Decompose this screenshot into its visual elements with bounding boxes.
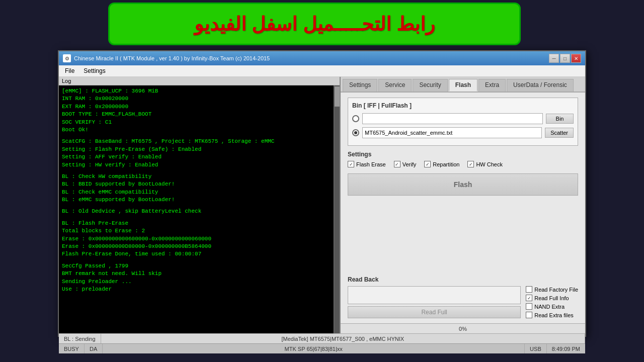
settings-section: Settings Flash Erase Verify Repartiti	[348, 151, 578, 167]
scatter-button[interactable]: Scatter	[545, 128, 574, 138]
menu-file[interactable]: File	[61, 66, 78, 75]
checkbox-flash-erase: Flash Erase	[348, 161, 386, 167]
readback-factory-file: Read Factory File	[526, 286, 578, 293]
log-line: Use : preloader	[62, 286, 331, 293]
log-label: Log	[59, 77, 340, 85]
title-bar: ⚙ Chinese Miracle II ( MTK Module , ver …	[59, 51, 585, 65]
log-line	[62, 204, 331, 208]
tab-userdata[interactable]: UserData / Forensic	[507, 79, 574, 92]
right-panel: Settings Service Security Flash Extra Us…	[341, 77, 585, 333]
checkbox-flash-erase-box[interactable]	[348, 161, 354, 167]
checkbox-verify-box[interactable]	[394, 161, 400, 167]
tab-flash[interactable]: Flash	[449, 79, 477, 92]
log-line: INT RAM : 0x00020000	[62, 95, 331, 103]
log-line: BL : BBID supported by BootLoader!	[62, 180, 331, 188]
menu-settings[interactable]: Settings	[79, 66, 109, 75]
progress-bar-container: 0%	[341, 323, 585, 333]
checkbox-hw-check-label: HW Check	[476, 161, 503, 167]
checkbox-nand-extra[interactable]	[526, 303, 532, 310]
log-line: EXT RAM : 0x20000000	[62, 103, 331, 111]
checkbox-repartition-label: Repartition	[433, 161, 459, 167]
readback-nand-extra: NAND Extra	[526, 303, 578, 310]
log-line	[62, 258, 331, 262]
app-icon: ⚙	[63, 54, 71, 62]
window-title: Chinese Miracle II ( MTK Module , ver 1.…	[74, 55, 270, 61]
status-bar-main: BL : Sending [MediaTek] MT6575|MT6577_S0…	[59, 333, 585, 343]
log-line: [eMMC] : FLASH_UCP : 3696 MiB	[62, 87, 331, 95]
spacer	[348, 202, 578, 269]
title-bar-title-area: ⚙ Chinese Miracle II ( MTK Module , ver …	[63, 54, 270, 62]
tab-extra[interactable]: Extra	[478, 79, 506, 92]
log-line: Total blocks to Erase : 2	[62, 227, 331, 235]
label-factory-file: Read Factory File	[534, 287, 578, 293]
label-nand-extra: NAND Extra	[534, 304, 565, 310]
log-line	[62, 134, 331, 138]
log-line: BL : eMMC supported by BootLoader!	[62, 196, 331, 204]
log-line: SecCfg Passed , 1799	[62, 262, 331, 270]
readback-extra-files: Read Extra files	[526, 312, 578, 318]
radio-scatter[interactable]	[352, 129, 359, 136]
flash-button[interactable]: Flash	[348, 173, 578, 196]
checkbox-verify: Verify	[394, 161, 417, 167]
readback-section: Read Back Read Full Read Factory File	[348, 276, 578, 318]
checkbox-factory-file[interactable]	[526, 286, 532, 293]
checkbox-repartition: Repartition	[424, 161, 459, 167]
status-mtk-sp: MTK SP 65|67|83|81|xx	[103, 344, 525, 353]
green-banner: رابط التحـــــميل اسفل الفيديو	[108, 3, 521, 45]
flash-panel-content: Bin [ IFF | FullFlash ] Bin Scatter	[341, 93, 585, 323]
checkbox-flash-erase-label: Flash Erase	[356, 161, 386, 167]
readback-left: Read Full	[348, 286, 521, 318]
status-busy: BUSY	[59, 344, 85, 353]
status-da: DA	[85, 344, 103, 353]
bin-row-scatter: Scatter	[352, 127, 574, 138]
checkbox-full-info[interactable]	[526, 295, 532, 301]
log-panel: Log [eMMC] : FLASH_UCP : 3696 MiBINT RAM…	[59, 77, 341, 333]
log-line: Setting : HW verify : Enabled	[62, 161, 331, 169]
status-time: 8:49:09 PM	[547, 344, 585, 353]
scroll-thumb[interactable]	[335, 86, 340, 107]
tab-security[interactable]: Security	[413, 79, 447, 92]
tab-bar: Settings Service Security Flash Extra Us…	[341, 77, 585, 93]
log-line: BOOT TYPE : EMMC_FLASH_BOOT	[62, 111, 331, 118]
tab-service[interactable]: Service	[378, 79, 412, 92]
log-line	[62, 169, 331, 173]
progress-text: 0%	[459, 326, 467, 332]
log-line: Erase : 0x000000000D80000-0x000000000B58…	[62, 243, 331, 250]
radio-iff[interactable]	[352, 115, 359, 122]
bin-row-iff: Bin	[352, 113, 574, 124]
read-full-button[interactable]: Read Full	[348, 306, 521, 318]
log-line: Sending Preloader ...	[62, 278, 331, 286]
checkbox-repartition-box[interactable]	[424, 161, 431, 167]
readback-title: Read Back	[348, 276, 578, 283]
menu-bar: File Settings	[59, 65, 585, 77]
checkbox-hw-check-box[interactable]	[467, 161, 474, 167]
bin-section: Bin [ IFF | FullFlash ] Bin Scatter	[348, 98, 578, 146]
app-window: ⚙ Chinese Miracle II ( MTK Module , ver …	[58, 50, 586, 337]
log-line: BL : Flash Pre-Erase	[62, 220, 331, 227]
restore-button[interactable]: □	[560, 54, 570, 63]
checkbox-extra-files[interactable]	[526, 312, 532, 318]
minimize-button[interactable]: ─	[549, 54, 559, 63]
label-extra-files: Read Extra files	[534, 312, 574, 318]
close-button[interactable]: ✕	[571, 54, 581, 63]
status-sending: BL : Sending	[59, 334, 101, 343]
status-mediatek: [MediaTek] MT6575|MT6577_S00 , eMMC HYNI…	[101, 334, 585, 343]
log-scrollbar[interactable]	[334, 85, 340, 333]
tab-settings[interactable]: Settings	[343, 79, 377, 92]
bin-button[interactable]: Bin	[546, 114, 574, 124]
log-content[interactable]: [eMMC] : FLASH_UCP : 3696 MiBINT RAM : 0…	[59, 85, 334, 333]
checkbox-hw-check: HW Check	[467, 161, 503, 167]
readback-full-info: Read Full Info	[526, 295, 578, 301]
readback-options: Read Factory File Read Full Info NAND Ex…	[526, 286, 578, 318]
log-line: SOC VERIFY : C1	[62, 119, 331, 126]
log-line: BL : Old Dedvice , skip BatteryLevel che…	[62, 208, 331, 215]
log-line: Erase : 0x0000000000600000-0x00000000000…	[62, 235, 331, 243]
main-content: Log [eMMC] : FLASH_UCP : 3696 MiBINT RAM…	[59, 77, 585, 333]
scatter-input[interactable]	[362, 127, 542, 138]
log-line	[62, 216, 331, 220]
readback-body: Read Full Read Factory File Read Full In…	[348, 286, 578, 318]
bin-input[interactable]	[362, 113, 543, 124]
checkbox-verify-label: Verify	[403, 161, 417, 167]
settings-label: Settings	[348, 151, 578, 158]
title-bar-controls: ─ □ ✕	[549, 54, 581, 63]
